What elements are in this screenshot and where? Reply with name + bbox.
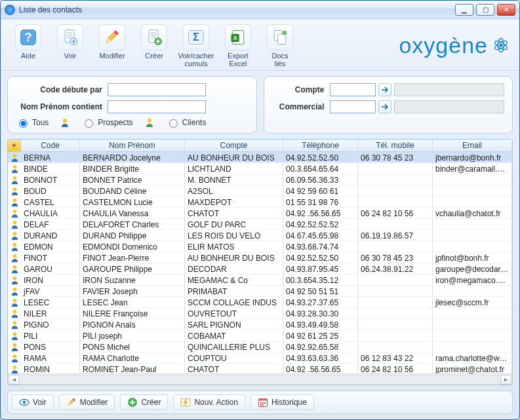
col-compte[interactable]: Compte — [185, 140, 283, 151]
table-row[interactable]: NILERNILERE FrançoiseOUVRETOUT04.93.28.3… — [8, 308, 512, 319]
commercial-input[interactable] — [330, 100, 376, 113]
cell-mob — [358, 163, 433, 174]
cell-nom: DURAND Philippe — [80, 230, 185, 240]
table-row[interactable]: LESECLESEC JeanSCCM COLLAGE INDUS04.93.2… — [8, 297, 512, 308]
commercial-lookup-icon[interactable] — [378, 100, 391, 113]
bottom-voir-button[interactable]: Voir — [12, 394, 54, 410]
row-person-icon — [8, 208, 21, 218]
row-person-icon — [8, 241, 21, 252]
cell-compte: MEGAMAC & Co — [185, 275, 283, 285]
brand-logo-text: oxygène — [399, 33, 488, 58]
table-row[interactable]: BINDEBINDER BrigitteLICHTLAND00.3.654.65… — [8, 163, 512, 174]
compte-input[interactable] — [330, 83, 376, 96]
table-row[interactable]: FINOTFINOT Jean-PierreAU BONHEUR DU BOIS… — [8, 252, 512, 263]
grid-body[interactable]: BERNABERNARDO JocelyneAU BONHEUR DU BOIS… — [8, 152, 512, 373]
row-person-icon — [8, 275, 21, 285]
cell-email — [433, 230, 512, 240]
table-row[interactable]: GAROUGAROUPE PhilippeDECODAR04.93.87.95.… — [8, 263, 512, 275]
close-button[interactable]: ✕ — [497, 4, 515, 16]
table-row[interactable]: EDMONEDMONDI DomenicoELIR MATOS04.93.68.… — [8, 241, 512, 252]
hscroll-track[interactable] — [21, 375, 499, 385]
table-row[interactable]: IRONIRON SuzanneMEGAMAC & Co00.3.654.35.… — [8, 275, 512, 286]
toolbar-modifier-button[interactable]: Modifier — [91, 23, 133, 60]
radio-prospects[interactable]: Prospects — [81, 117, 132, 128]
cell-nom: RAMA Charlotte — [80, 353, 185, 363]
table-row[interactable]: CASTELCASTELMON LucieMAXDEPOT01 55 31 98… — [8, 197, 512, 208]
toolbar-excel-button[interactable]: ExportExcel — [217, 23, 259, 67]
toolbar-aide-label: Aide — [9, 52, 48, 60]
type-radio-group: Tous Prospects Clients — [16, 117, 249, 128]
hscroll-right-arrow[interactable]: ► — [500, 375, 511, 385]
compte-lookup-icon[interactable] — [378, 83, 391, 96]
grid-horizontal-scrollbar[interactable]: ◄ ► — [8, 373, 512, 385]
cell-tel: 04.92.52.52.50 — [283, 252, 358, 263]
table-row[interactable]: CHAULIACHAULIA VanessaCHATOT04.92 .56.56… — [8, 208, 512, 219]
document-gear-icon — [57, 24, 83, 50]
cell-tel: 04 92 61 25 25 — [283, 330, 358, 341]
radio-tous[interactable]: Tous — [16, 117, 49, 128]
code-starts-with-input[interactable] — [108, 83, 206, 96]
table-row[interactable]: jFAVFAVIER JosephPRIMABAT04 92 50 51 51 — [8, 286, 512, 297]
radio-tous-input[interactable] — [19, 119, 28, 128]
cell-tel: 04 92 50 51 51 — [283, 286, 358, 296]
toolbar-voir-button[interactable]: Voir — [49, 23, 91, 60]
minimize-button[interactable]: ▁ — [455, 4, 473, 16]
col-mob[interactable]: Tél. mobile — [358, 140, 433, 151]
table-row[interactable]: DURANDDURAND PhilippeLES ROIS DU VELO04.… — [8, 230, 512, 241]
cell-email: binder@caramail.com — [433, 163, 512, 174]
bottom-modifier-label: Modifier — [80, 398, 108, 407]
name-contains-input[interactable] — [108, 100, 206, 113]
radio-clients-input[interactable] — [169, 119, 178, 128]
cell-code: BINDE — [21, 163, 80, 174]
row-person-icon — [8, 185, 21, 196]
hscroll-left-arrow[interactable]: ◄ — [9, 375, 20, 385]
filter-panel-right: Compte Commercial — [264, 76, 513, 134]
cell-code: BONNOT — [21, 174, 80, 185]
cell-compte: QUINCAILLERIE PLUS — [185, 341, 283, 352]
cell-email: jpfinot@bonh.fr — [433, 252, 512, 263]
bottom-historique-button[interactable]: Historique — [250, 394, 314, 410]
cell-nom: IRON Suzanne — [80, 275, 185, 285]
cell-mob — [358, 174, 433, 185]
cell-mob — [358, 286, 433, 296]
cell-email: jlesec@sccm.fr — [433, 297, 512, 307]
cell-nom: DELAFORET Charles — [80, 219, 185, 229]
cell-nom: GAROUPE Philippe — [80, 263, 185, 274]
cell-tel: 04.92.52.52.52 — [283, 219, 358, 229]
bottom-modifier-button[interactable]: Modifier — [59, 394, 115, 410]
table-row[interactable]: BOUDBOUDAND CélineA2SOL04 92 59 60 61 — [8, 185, 512, 197]
code-starts-with-label: Code débute par — [16, 85, 102, 94]
table-row[interactable]: PILIPILI josephCOBAMAT04 92 61 25 25 — [8, 330, 512, 341]
table-row[interactable]: PIGNOPIGNON AnaïsSARL PIGNON04.93.49.49.… — [8, 319, 512, 330]
toolbar-creer-button[interactable]: Créer — [133, 23, 175, 60]
table-row[interactable]: PONSPONS MichelQUINCAILLERIE PLUS04.92.9… — [8, 341, 512, 353]
toolbar-aide-button[interactable]: Aide — [7, 23, 49, 60]
table-row[interactable]: BONNOTBONNET PatriceM. BONNET06.09.56.36… — [8, 174, 512, 185]
table-row[interactable]: RAMARAMA CharlotteCOUPTOU04.93.63.63.360… — [8, 353, 512, 364]
bottom-creer-button[interactable]: Créer — [120, 394, 168, 410]
col-code[interactable]: Code — [21, 140, 80, 151]
table-row[interactable]: ROMINROMINET Jean-PaulCHATOT04.92 .56.56… — [8, 364, 512, 373]
row-person-icon — [8, 152, 21, 162]
col-email[interactable]: Email — [433, 140, 512, 151]
cell-tel: 04.93.87.95.45 — [283, 263, 358, 274]
toolbar-cumuls-button[interactable]: Voir/cachercumuls — [175, 23, 217, 67]
cell-email — [433, 319, 512, 330]
bottom-nouvaction-button[interactable]: Nouv. Action — [173, 394, 245, 410]
document-plus-icon — [141, 24, 167, 50]
table-row[interactable]: BERNABERNARDO JocelyneAU BONHEUR DU BOIS… — [8, 152, 512, 163]
col-nom[interactable]: Nom Prénom — [80, 140, 185, 151]
titlebar: Liste des contacts ▁ ▢ ✕ — [1, 1, 519, 19]
cell-tel: 04.93.49.49.58 — [283, 319, 358, 330]
cell-email — [433, 286, 512, 296]
cell-email: garoupe@decodar.gra — [433, 263, 512, 274]
app-icon — [5, 5, 15, 15]
radio-clients[interactable]: Clients — [166, 117, 207, 128]
maximize-button[interactable]: ▢ — [476, 4, 494, 16]
radio-prospects-input[interactable] — [85, 119, 93, 128]
table-row[interactable]: DELAFDELAFORET CharlesGOLF DU PARC04.92.… — [8, 219, 512, 230]
grid-corner-add[interactable]: + — [8, 140, 21, 151]
cell-email — [433, 219, 512, 229]
toolbar-docs-button[interactable]: Docsliés — [259, 23, 301, 67]
col-tel[interactable]: Téléphone — [283, 140, 358, 151]
